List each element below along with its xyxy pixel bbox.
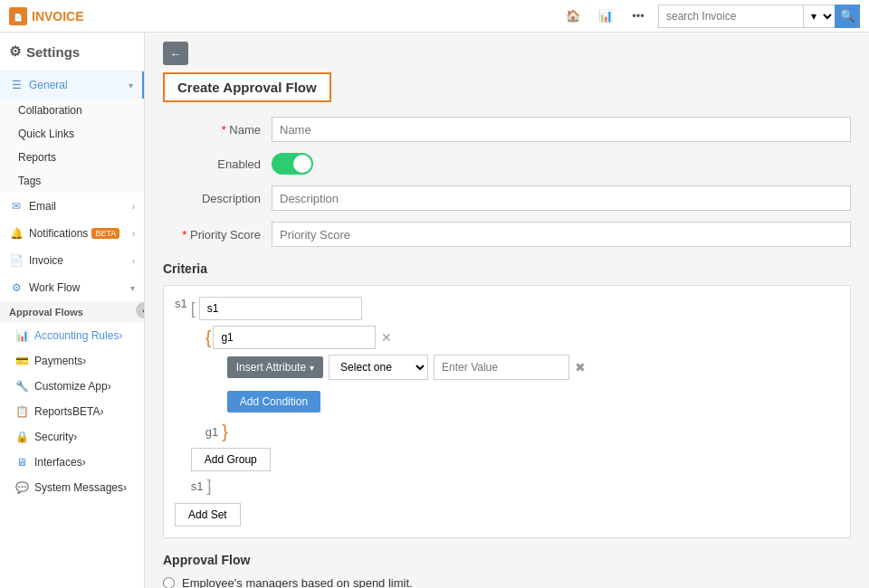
criteria-container: s1 [ { — [163, 285, 851, 538]
insert-attribute-button[interactable]: Insert Attribute ▾ — [227, 356, 323, 378]
email-icon: ✉ — [9, 199, 24, 213]
sidebar-header: ⚙ Settings — [0, 33, 144, 71]
tags-label: Tags — [18, 175, 41, 187]
system-messages-icon: 💬 — [14, 481, 29, 494]
enter-value-input[interactable] — [434, 355, 569, 380]
notifications-label: Notifications — [29, 227, 88, 240]
back-button[interactable]: ← — [163, 42, 188, 65]
search-box: ▾ 🔍 — [658, 5, 860, 28]
g1-close-row: g1 } — [205, 422, 839, 442]
sidebar-item-reports[interactable]: 📋 Reports BETA › — [0, 399, 144, 424]
description-row: Description — [163, 185, 851, 211]
sidebar-item-quick-links[interactable]: Quick Links — [9, 122, 144, 146]
name-label-text: Name — [229, 123, 261, 137]
insert-attr-caret: ▾ — [310, 363, 314, 373]
insert-attr-label: Insert Attribute — [236, 361, 306, 374]
search-dropdown[interactable]: ▾ — [803, 5, 835, 28]
logo-icon: 📄 — [9, 7, 27, 25]
sidebar-item-invoice[interactable]: 📄 Invoice › — [0, 247, 144, 274]
customize-label: Customize App — [34, 380, 108, 393]
security-label: Security — [34, 431, 73, 443]
set-s1-content: [ { ✕ — [191, 297, 839, 496]
general-label: General — [29, 79, 68, 91]
general-sub: Collaboration Quick Links Reports Tags — [0, 99, 144, 193]
sidebar-item-general[interactable]: ☰ General ▾ — [0, 71, 144, 99]
more-dots: ••• — [632, 9, 645, 23]
condition-row: Insert Attribute ▾ Select one ✖ — [227, 355, 839, 380]
customize-icon: 🔧 — [14, 380, 29, 393]
chevron-down-icon: ▾ — [129, 81, 133, 90]
chevron-security: › — [73, 431, 77, 443]
approval-radio-1[interactable] — [163, 577, 175, 588]
chevron-system-messages: › — [123, 481, 127, 494]
reports-label: Reports — [34, 405, 72, 418]
group-g1: { ✕ Insert Attribute ▾ — [205, 326, 839, 442]
content-inner: ← Create Approval Flow * Name Enabled — [145, 33, 869, 588]
quick-links-label: Quick Links — [18, 128, 74, 140]
sidebar-item-payments[interactable]: 💳 Payments › — [0, 348, 144, 374]
description-label: Description — [163, 192, 272, 205]
reports-sub-label: Reports — [18, 151, 56, 164]
criteria-title: Criteria — [163, 261, 851, 276]
sidebar-item-accounting-rules[interactable]: 📊 Accounting Rules › — [0, 323, 144, 348]
approval-flows-header: Approval Flows — [0, 301, 144, 323]
sidebar-item-email[interactable]: ✉ Email › — [0, 193, 144, 220]
sidebar-item-system-messages[interactable]: 💬 System Messages › — [0, 475, 144, 500]
email-label: Email — [29, 200, 56, 213]
interfaces-label: Interfaces — [34, 456, 82, 469]
add-condition-button[interactable]: Add Condition — [227, 391, 320, 413]
sidebar-item-security[interactable]: 🔒 Security › — [0, 424, 144, 450]
system-messages-label: System Messages — [34, 481, 123, 494]
reports-badge: BETA — [72, 405, 100, 418]
search-button[interactable]: 🔍 — [835, 5, 860, 28]
sidebar-item-workflow[interactable]: ⚙ Work Flow ▾ — [0, 274, 144, 301]
chevron-invoice: › — [132, 256, 135, 266]
enabled-row: Enabled — [163, 153, 851, 175]
name-row: * Name — [163, 117, 851, 142]
sidebar-item-interfaces[interactable]: 🖥 Interfaces › — [0, 450, 144, 475]
select-one-dropdown[interactable]: Select one — [329, 355, 428, 380]
workflow-label: Work Flow — [29, 281, 80, 294]
bracket-close-s1: ] — [206, 477, 211, 496]
chevron-interfaces: › — [82, 456, 86, 469]
app-name: INVOICE — [32, 9, 84, 24]
chevron-notifications: › — [132, 229, 135, 239]
description-label-text: Description — [202, 192, 261, 205]
search-input[interactable] — [658, 5, 803, 28]
approval-option-1: Employee's managers based on spend limit… — [163, 576, 851, 588]
accounting-rules-icon: 📊 — [14, 329, 29, 342]
sidebar-item-tags[interactable]: Tags — [9, 169, 144, 193]
sidebar-item-reports-sub[interactable]: Reports — [9, 146, 144, 169]
app-logo: 📄 INVOICE — [9, 7, 84, 25]
name-input[interactable] — [272, 117, 851, 142]
priority-score-label-text: Priority Score — [190, 228, 261, 242]
sidebar-item-collaboration[interactable]: Collaboration — [9, 99, 144, 122]
chevron-accounting: › — [119, 329, 122, 342]
remove-condition-icon[interactable]: ✖ — [575, 360, 586, 375]
general-icon: ☰ — [9, 78, 24, 92]
name-label: * Name — [163, 123, 272, 137]
sidebar-item-customize-app[interactable]: 🔧 Customize App › — [0, 374, 144, 399]
content-area: ← Create Approval Flow * Name Enabled — [145, 33, 869, 588]
payments-icon: 💳 — [14, 355, 29, 367]
add-set-label: Add Set — [188, 508, 227, 521]
invoice-label: Invoice — [29, 254, 63, 267]
more-icon[interactable]: ••• — [625, 4, 651, 29]
priority-score-input[interactable] — [272, 222, 851, 247]
chart-icon[interactable]: 📊 — [593, 4, 618, 29]
s1-close-label: s1 — [191, 479, 204, 493]
s1-close-row: s1 ] — [191, 477, 839, 496]
chevron-workflow: ▾ — [130, 283, 135, 293]
chevron-reports: › — [100, 405, 103, 418]
g1-input[interactable] — [213, 326, 376, 349]
home-icon[interactable]: 🏠 — [560, 4, 586, 29]
close-g1-btn[interactable]: ✕ — [381, 330, 392, 345]
svg-text:📄: 📄 — [14, 13, 23, 22]
enabled-toggle[interactable] — [272, 153, 313, 175]
description-input[interactable] — [272, 185, 851, 211]
add-set-button[interactable]: Add Set — [175, 503, 241, 526]
add-group-button[interactable]: Add Group — [191, 448, 271, 471]
s1-input[interactable] — [199, 297, 362, 320]
brace-close-g1: } — [222, 422, 228, 442]
sidebar-item-notifications[interactable]: 🔔 Notifications BETA › — [0, 220, 144, 247]
